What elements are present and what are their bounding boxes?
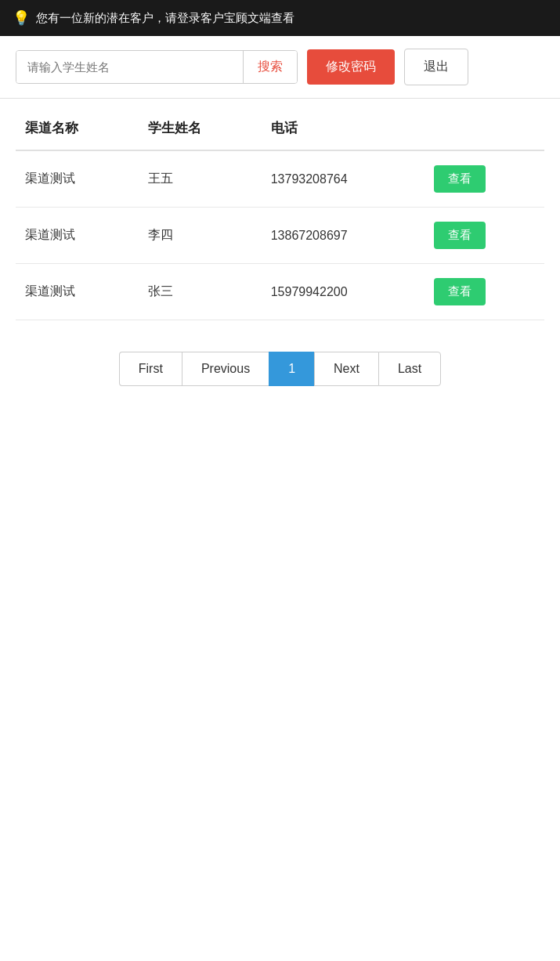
cell-action: 查看 (425, 208, 544, 264)
view-button[interactable]: 查看 (434, 222, 486, 249)
cell-name: 张三 (139, 264, 262, 320)
last-page-button[interactable]: Last (378, 352, 441, 386)
bulb-icon: 💡 (13, 9, 30, 27)
col-header-action (425, 107, 544, 150)
cell-phone: 13867208697 (262, 208, 425, 264)
cell-name: 王五 (139, 150, 262, 208)
search-input[interactable] (16, 51, 243, 83)
notification-bar: 💡 您有一位新的潜在客户，请登录客户宝顾文端查看 (0, 0, 560, 36)
pagination: First Previous 1 Next Last (0, 352, 560, 417)
first-page-button[interactable]: First (119, 352, 182, 386)
col-header-channel: 渠道名称 (16, 107, 139, 150)
cell-channel: 渠道测试 (16, 208, 139, 264)
cell-name: 李四 (139, 208, 262, 264)
table-row: 渠道测试 李四 13867208697 查看 (16, 208, 544, 264)
table-container: 渠道名称 学生姓名 电话 渠道测试 王五 13793208764 查看 渠道测试… (0, 107, 560, 320)
current-page-button[interactable]: 1 (269, 352, 314, 386)
notification-text: 您有一位新的潜在客户，请登录客户宝顾文端查看 (36, 11, 294, 26)
col-header-phone: 电话 (262, 107, 425, 150)
table-row: 渠道测试 张三 15979942200 查看 (16, 264, 544, 320)
page-group: First Previous 1 Next Last (119, 352, 441, 386)
cell-phone: 15979942200 (262, 264, 425, 320)
view-button[interactable]: 查看 (434, 165, 486, 193)
table-header-row: 渠道名称 学生姓名 电话 (16, 107, 544, 150)
view-button[interactable]: 查看 (434, 278, 486, 305)
cell-action: 查看 (425, 150, 544, 208)
cell-action: 查看 (425, 264, 544, 320)
data-table: 渠道名称 学生姓名 电话 渠道测试 王五 13793208764 查看 渠道测试… (16, 107, 544, 320)
cell-channel: 渠道测试 (16, 264, 139, 320)
next-page-button[interactable]: Next (314, 352, 378, 386)
logout-button[interactable]: 退出 (404, 49, 468, 85)
search-wrapper: 搜索 (16, 50, 298, 84)
previous-page-button[interactable]: Previous (182, 352, 269, 386)
change-password-button[interactable]: 修改密码 (307, 49, 395, 85)
col-header-name: 学生姓名 (139, 107, 262, 150)
cell-phone: 13793208764 (262, 150, 425, 208)
cell-channel: 渠道测试 (16, 150, 139, 208)
toolbar: 搜索 修改密码 退出 (0, 36, 560, 99)
table-row: 渠道测试 王五 13793208764 查看 (16, 150, 544, 208)
search-button[interactable]: 搜索 (243, 51, 297, 83)
